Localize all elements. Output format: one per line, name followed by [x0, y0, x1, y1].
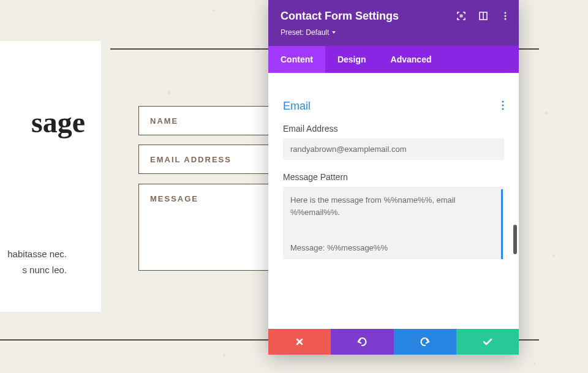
page-card: sage habitasse nec. s nunc leo. — [0, 41, 101, 312]
svg-point-6 — [502, 100, 503, 102]
svg-point-4 — [505, 15, 507, 17]
message-pattern-textarea[interactable] — [283, 187, 504, 259]
undo-button[interactable] — [331, 329, 393, 355]
section-more-icon[interactable] — [502, 100, 504, 112]
scrollbar-thumb[interactable] — [513, 225, 517, 254]
preset-dropdown[interactable]: Preset: Default — [281, 28, 336, 37]
panel-footer — [268, 329, 519, 355]
section-title: Email — [283, 100, 311, 113]
email-address-label: Email Address — [283, 124, 504, 134]
page-body-text: habitasse nec. s nunc leo. — [0, 246, 67, 277]
tab-design[interactable]: Design — [325, 46, 379, 73]
tab-advanced[interactable]: Advanced — [379, 46, 444, 73]
svg-point-5 — [505, 18, 507, 20]
redo-button[interactable] — [394, 329, 456, 355]
cancel-button[interactable] — [268, 329, 331, 355]
save-button[interactable] — [456, 329, 519, 355]
svg-point-3 — [505, 12, 507, 14]
email-address-input[interactable] — [283, 138, 504, 160]
settings-panel: Contact Form Settings Preset: Default — [268, 0, 519, 355]
svg-point-7 — [502, 104, 503, 106]
panel-body: Email Email Address Message Pattern — [268, 73, 519, 329]
page-title: sage — [31, 105, 85, 139]
more-icon[interactable] — [500, 11, 510, 21]
message-pattern-label: Message Pattern — [283, 172, 504, 182]
focus-icon[interactable] — [456, 11, 466, 21]
tab-content[interactable]: Content — [268, 46, 325, 73]
panel-header: Contact Form Settings Preset: Default — [268, 0, 519, 46]
svg-point-8 — [502, 108, 503, 110]
svg-rect-0 — [461, 15, 462, 17]
layout-icon[interactable] — [478, 11, 488, 21]
panel-tabs: Content Design Advanced — [268, 46, 519, 73]
